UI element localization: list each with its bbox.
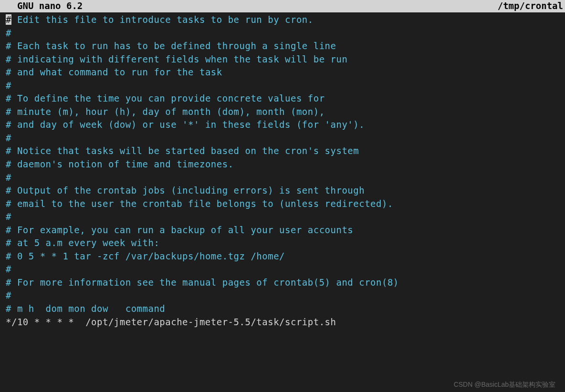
line-text: minute (m), hour (h), day of month (dom)… bbox=[11, 106, 325, 117]
editor-line[interactable]: # indicating with different fields when … bbox=[6, 53, 559, 66]
line-prefix: # bbox=[6, 211, 11, 222]
line-prefix: # bbox=[6, 277, 11, 288]
line-prefix: # bbox=[6, 303, 11, 314]
line-text: */10 * * * * /opt/jmeter/apache-jmeter-5… bbox=[6, 317, 336, 327]
editor-line[interactable]: # To define the time you can provide con… bbox=[6, 92, 559, 105]
line-text: at 5 a.m every week with: bbox=[11, 237, 159, 248]
line-text: indicating with different fields when th… bbox=[11, 54, 347, 64]
editor-line[interactable]: # email to the user the crontab file bel… bbox=[6, 197, 559, 211]
line-text: 0 5 * * 1 tar -zcf /var/backups/home.tgz… bbox=[11, 251, 285, 261]
editor-line[interactable]: # Edit this file to introduce tasks to b… bbox=[6, 13, 559, 27]
editor-line[interactable]: # and what command to run for the task bbox=[6, 66, 559, 79]
editor-title: GNU nano 6.2 bbox=[2, 0, 83, 13]
editor-content[interactable]: # Edit this file to introduce tasks to b… bbox=[0, 12, 565, 329]
editor-line[interactable]: # bbox=[6, 79, 559, 93]
line-text: For more information see the manual page… bbox=[11, 277, 399, 288]
line-prefix: # bbox=[6, 106, 11, 117]
editor-line[interactable]: # bbox=[6, 27, 559, 40]
line-prefix: # bbox=[6, 28, 11, 38]
editor-line[interactable]: # bbox=[6, 171, 559, 185]
line-prefix: # bbox=[6, 54, 11, 64]
line-prefix: # bbox=[6, 41, 11, 51]
editor-line[interactable]: # and day of week (dow) or use '*' in th… bbox=[6, 118, 559, 132]
line-text: daemon's notion of time and timezones. bbox=[11, 159, 234, 169]
editor-line[interactable]: # bbox=[6, 132, 559, 145]
line-prefix: # bbox=[6, 172, 11, 183]
line-text: and day of week (dow) or use '*' in thes… bbox=[11, 119, 365, 130]
line-prefix: # bbox=[6, 119, 11, 130]
line-prefix: # bbox=[6, 290, 11, 300]
line-text: For example, you can run a backup of all… bbox=[11, 225, 353, 235]
line-text: Edit this file to introduce tasks to be … bbox=[11, 14, 314, 25]
editor-line[interactable]: # bbox=[6, 289, 559, 302]
line-text: m h dom mon dow command bbox=[11, 303, 165, 314]
cursor: # bbox=[6, 14, 11, 25]
line-prefix: # bbox=[6, 264, 11, 274]
line-prefix: # bbox=[6, 159, 11, 169]
line-prefix: # bbox=[6, 93, 11, 103]
editor-line[interactable]: # daemon's notion of time and timezones. bbox=[6, 158, 559, 171]
editor-line[interactable]: # at 5 a.m every week with: bbox=[6, 237, 559, 250]
line-prefix: # bbox=[6, 133, 11, 143]
editor-line[interactable]: # bbox=[6, 263, 559, 276]
editor-line[interactable]: # Notice that tasks will be started base… bbox=[6, 144, 559, 158]
editor-header: GNU nano 6.2 /tmp/crontal bbox=[0, 0, 565, 12]
editor-line[interactable]: # Each task to run has to be defined thr… bbox=[6, 40, 559, 53]
editor-line[interactable]: # m h dom mon dow command bbox=[6, 302, 559, 316]
line-text: Output of the crontab jobs (including er… bbox=[11, 185, 365, 196]
line-text: email to the user the crontab file belon… bbox=[11, 198, 393, 209]
editor-line[interactable]: # Output of the crontab jobs (including … bbox=[6, 184, 559, 197]
editor-line[interactable]: */10 * * * * /opt/jmeter/apache-jmeter-5… bbox=[6, 316, 559, 329]
line-prefix: # bbox=[6, 145, 11, 156]
editor-line[interactable]: # 0 5 * * 1 tar -zcf /var/backups/home.t… bbox=[6, 250, 559, 263]
line-text: and what command to run for the task bbox=[11, 67, 222, 77]
watermark: CSDN @BasicLab基础架构实验室 bbox=[454, 380, 555, 389]
editor-line[interactable]: # minute (m), hour (h), day of month (do… bbox=[6, 105, 559, 119]
line-text: Notice that tasks will be started based … bbox=[11, 145, 359, 156]
line-text: To define the time you can provide concr… bbox=[11, 93, 325, 103]
editor-line[interactable]: # For example, you can run a backup of a… bbox=[6, 224, 559, 237]
line-prefix: # bbox=[6, 67, 11, 77]
line-prefix: # bbox=[6, 251, 11, 261]
editor-line[interactable]: # bbox=[6, 210, 559, 224]
editor-line[interactable]: # For more information see the manual pa… bbox=[6, 276, 559, 289]
line-prefix: # bbox=[6, 225, 11, 235]
line-prefix: # bbox=[6, 80, 11, 91]
line-prefix: # bbox=[6, 198, 11, 209]
editor-filename: /tmp/crontal bbox=[498, 0, 563, 13]
line-prefix: # bbox=[6, 185, 11, 196]
line-text: Each task to run has to be defined throu… bbox=[11, 41, 336, 51]
line-prefix: # bbox=[6, 237, 11, 248]
